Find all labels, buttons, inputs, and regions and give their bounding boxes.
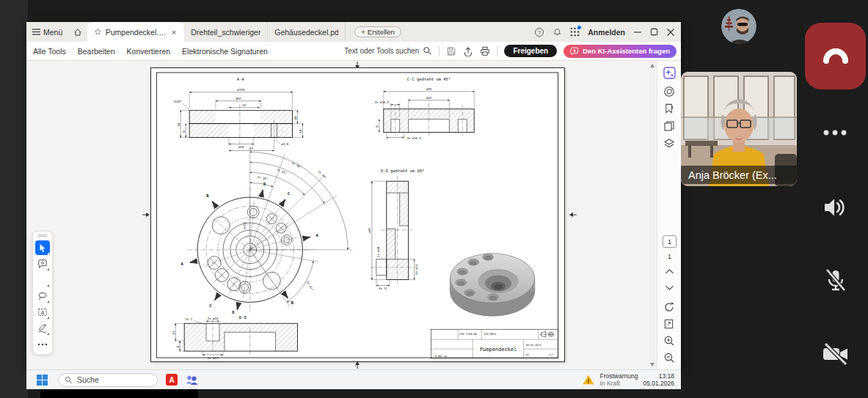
sheet-cell: 1/1 (549, 353, 553, 356)
divider (439, 46, 440, 56)
acrobat-toolbar: Alle Tools Bearbeiten Konvertieren Elekt… (26, 42, 681, 61)
viewer-scrollbar[interactable] (649, 61, 656, 369)
more-options-button[interactable] (822, 129, 848, 136)
print-icon[interactable] (480, 46, 490, 56)
tab-label: Drehteil_schwieriger.pdf (191, 28, 260, 37)
tab-label: Pumpendeckel.pdf (106, 28, 167, 37)
create-button[interactable]: + Erstellen (354, 26, 401, 37)
chevron-up-icon (665, 268, 674, 275)
rotate-icon (663, 301, 675, 313)
apps-grid-wrapper[interactable] (570, 27, 580, 37)
menu-button[interactable]: Menü (26, 22, 68, 42)
fill-sign-tool-button[interactable] (35, 321, 50, 336)
taskbar-search-label: Suche (77, 375, 99, 384)
camera-off-button[interactable] (821, 342, 850, 366)
ai-assistant-button[interactable]: Den KI-Assistenten fragen (564, 45, 676, 58)
nav-alle-tools[interactable]: Alle Tools (33, 47, 66, 56)
comment-tool-button[interactable] (35, 257, 50, 271)
layers-icon (663, 138, 675, 150)
taskbar-search[interactable]: Suche (58, 373, 158, 387)
layers-panel-button[interactable] (663, 138, 676, 150)
microphone-muted-button[interactable] (823, 268, 848, 294)
nav-konvertieren[interactable]: Konvertieren (127, 47, 171, 56)
scroll-up-arrow[interactable] (650, 64, 654, 67)
sign-in-button[interactable]: Anmelden (588, 28, 625, 37)
search-tools-button[interactable]: Text oder Tools suchen (344, 46, 432, 56)
fit-page-button[interactable] (663, 318, 676, 331)
chat-sparkle-icon (570, 47, 579, 56)
nav-bearbeiten[interactable]: Bearbeiten (78, 47, 115, 56)
pages-panel-button[interactable] (663, 120, 676, 133)
home-button[interactable] (68, 22, 87, 42)
next-page-button[interactable] (665, 284, 677, 297)
screen-share-control-bar (40, 389, 198, 398)
dim-label: 2x 45° (277, 168, 288, 175)
page-number-input[interactable]: 1 (663, 235, 676, 248)
fill-sign-pen-icon (37, 323, 48, 333)
section-letter: A (181, 262, 184, 266)
window-minimize-button[interactable] (633, 28, 642, 37)
presenter-avatar[interactable] (721, 9, 756, 44)
acrobat-window: Menü Pumpendeckel.pdf × Drehteil_schwier… (26, 22, 681, 369)
dim-label: 18 (177, 123, 180, 127)
page-marker-bottom (354, 361, 361, 369)
tab-drehteil[interactable]: Drehteil_schwieriger.pdf (184, 22, 268, 42)
text-box-icon: A (37, 307, 48, 317)
section-letter: C (209, 303, 211, 308)
lasso-tool-button[interactable] (35, 289, 50, 303)
hang-up-phone-icon (820, 47, 851, 66)
window-close-button[interactable] (666, 28, 675, 37)
title-block: - - ISO 2768-mK ISO 8015 Pumpendeckel 0,… (431, 329, 558, 358)
dimension-standard: ISO 8015 (484, 333, 496, 336)
share-upload-icon[interactable] (463, 46, 473, 56)
weather-widget[interactable]: Frostwarnung In Kraft (599, 372, 638, 387)
help-icon[interactable]: ? (534, 27, 544, 37)
zoom-in-button[interactable] (663, 335, 676, 347)
teams-screen-share-view: Menü Pumpendeckel.pdf × Drehteil_schwier… (0, 0, 868, 398)
comment-bubble-icon (37, 259, 48, 269)
nav-signaturen[interactable]: Elektronische Signaturen (182, 47, 268, 56)
notifications-bell-icon[interactable] (552, 27, 562, 37)
text-box-tool-button[interactable]: A (35, 305, 50, 320)
more-tools-button[interactable] (35, 337, 50, 352)
teams-taskbar-icon[interactable] (186, 374, 198, 386)
search-icon (423, 46, 432, 56)
rotate-page-button[interactable] (663, 301, 676, 314)
hang-up-button[interactable] (805, 23, 866, 89)
quick-tools-palette: A (32, 231, 53, 355)
pencil-tool-button[interactable] (35, 273, 50, 287)
window-maximize-button[interactable] (650, 28, 658, 36)
dim-label: ø120 (238, 88, 245, 92)
speaker-icon (822, 194, 848, 221)
previous-page-button[interactable] (665, 268, 677, 281)
acrobat-taskbar-icon[interactable]: A (166, 374, 178, 386)
title-block-cell: - - (434, 333, 439, 336)
tab-pumpendeckel[interactable]: Pumpendeckel.pdf × (87, 22, 184, 42)
zoom-out-button[interactable] (663, 352, 676, 364)
windows-start-button[interactable] (37, 375, 48, 386)
bookmark-icon (663, 103, 674, 114)
speaker-button[interactable] (822, 194, 848, 221)
section-letter: A (316, 233, 319, 237)
tab-gehaeusedeckel[interactable]: Gehäusedeckel.pdf (268, 22, 346, 42)
format-cell: A3 (526, 353, 529, 356)
dim-label: 2x ø10,5 (375, 100, 390, 104)
dim-label: 42 (242, 103, 246, 107)
comments-panel-button[interactable] (663, 86, 676, 98)
save-icon[interactable] (446, 46, 456, 56)
part-title: Pumpendeckel (480, 347, 517, 353)
palette-drag-handle[interactable] (38, 235, 47, 237)
bookmarks-panel-button[interactable] (663, 103, 676, 115)
date-label: 05.01.2026 (643, 380, 674, 387)
select-tool-button[interactable] (35, 240, 50, 255)
dim-label: ø26 (238, 145, 244, 149)
participant-name: Anja Bröcker (Ex... (688, 169, 777, 181)
participant-video-tile[interactable]: Anja Bröcker (Ex... (681, 72, 797, 186)
share-pill-button[interactable]: Freigeben (504, 45, 557, 57)
ai-assistant-panel-button[interactable] (663, 67, 676, 79)
zoom-in-icon (663, 335, 675, 347)
tab-close-button[interactable]: × (170, 28, 178, 37)
weather-subtitle: In Kraft (599, 380, 638, 387)
scroll-down-arrow[interactable] (650, 363, 654, 366)
taskbar-clock[interactable]: 13:18 05.01.2026 (643, 372, 674, 387)
